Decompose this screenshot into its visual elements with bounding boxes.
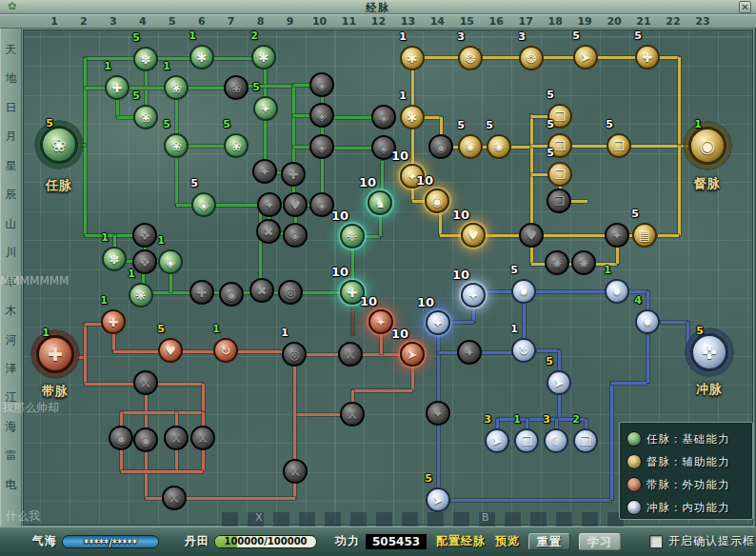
- skill-node[interactable]: ✖: [256, 219, 281, 244]
- skill-icon: ⚔: [289, 466, 301, 478]
- skill-node[interactable]: ♥: [283, 192, 308, 217]
- skill-icon: ✱: [197, 51, 208, 64]
- skill-node[interactable]: ✦: [253, 96, 278, 121]
- skill-node[interactable]: ✱: [400, 105, 425, 129]
- meridian-node[interactable]: ❀: [40, 126, 78, 164]
- learn-button[interactable]: 学习: [579, 533, 621, 550]
- skill-node[interactable]: ❒: [547, 189, 571, 213]
- skill-node[interactable]: ✦: [426, 401, 450, 426]
- skill-node[interactable]: ❈: [340, 224, 365, 248]
- skill-node[interactable]: ▤: [632, 223, 657, 248]
- skill-node[interactable]: ✦: [461, 283, 486, 308]
- skill-node[interactable]: ➤: [573, 45, 598, 70]
- meridian-node[interactable]: ✚: [36, 335, 74, 373]
- skill-icon: ✦: [433, 317, 444, 329]
- legend-text: 督脉：辅助能力: [647, 455, 730, 469]
- skill-node[interactable]: ✦: [257, 192, 282, 217]
- skill-node[interactable]: ➤: [426, 487, 450, 512]
- skill-node[interactable]: ✹: [635, 309, 660, 334]
- skill-icon: ◉: [431, 195, 442, 208]
- preview-button[interactable]: 预览: [495, 533, 520, 549]
- skill-node[interactable]: ❒: [607, 133, 631, 158]
- skill-node[interactable]: ❒: [573, 428, 598, 453]
- node-level-label: 1: [260, 327, 288, 339]
- skill-node[interactable]: ◉: [109, 426, 133, 450]
- skill-node[interactable]: ❒: [514, 428, 539, 453]
- skill-node[interactable]: ✱: [189, 45, 214, 70]
- skill-node[interactable]: ✦: [605, 223, 629, 248]
- skill-node[interactable]: ❀: [164, 75, 189, 100]
- skill-node[interactable]: ◈: [309, 134, 334, 159]
- skill-node[interactable]: ✦: [426, 310, 450, 335]
- connection-line: [121, 411, 203, 414]
- configure-meridian-button[interactable]: 配置经脉: [436, 533, 486, 549]
- skill-node[interactable]: ◉: [133, 427, 158, 452]
- skill-node[interactable]: ⚔: [133, 370, 158, 395]
- skill-node[interactable]: ✹: [511, 279, 536, 304]
- node-level-label: 10: [344, 175, 376, 189]
- reset-button[interactable]: 重置: [528, 533, 570, 550]
- skill-icon: ◈: [166, 256, 175, 268]
- skill-node[interactable]: ↻: [213, 338, 238, 363]
- skill-node[interactable]: ➤: [400, 342, 425, 367]
- skill-node[interactable]: ✦: [457, 340, 482, 365]
- connection-line: [351, 306, 354, 335]
- confirm-checkbox[interactable]: [649, 535, 663, 548]
- skill-node[interactable]: ❋: [129, 283, 153, 308]
- connection-line: [451, 499, 611, 502]
- node-level-label: 2: [551, 413, 580, 426]
- skill-node[interactable]: ✚: [635, 45, 660, 70]
- node-level-label: 10: [402, 295, 434, 309]
- skill-node[interactable]: ⚔: [164, 426, 189, 450]
- skill-node[interactable]: ◎: [282, 342, 307, 367]
- skill-node[interactable]: ⚔: [340, 402, 365, 427]
- skill-node[interactable]: ✦: [252, 159, 277, 184]
- skill-node[interactable]: ♥: [461, 223, 486, 248]
- skill-node[interactable]: ❂: [458, 46, 483, 70]
- skill-node[interactable]: ❀: [224, 133, 249, 158]
- skill-node[interactable]: ⚔: [283, 459, 308, 484]
- skill-node[interactable]: ♥: [519, 223, 544, 248]
- meridian-label: 冲脉: [683, 381, 736, 398]
- skill-node[interactable]: ⚔: [162, 486, 187, 510]
- skill-node[interactable]: ⚔: [338, 342, 363, 367]
- skill-node[interactable]: ❖: [132, 249, 157, 274]
- skill-node[interactable]: ❒: [547, 162, 572, 187]
- skill-node[interactable]: ❀: [164, 133, 189, 158]
- skill-node[interactable]: ☾: [544, 428, 568, 453]
- skill-node[interactable]: ➤: [485, 428, 509, 453]
- skill-node[interactable]: ♞: [368, 190, 392, 215]
- skill-node[interactable]: ❂: [519, 46, 544, 70]
- skill-node[interactable]: ✖: [249, 278, 274, 303]
- node-level-label: 1: [142, 60, 170, 72]
- node-level-label: 1: [583, 264, 611, 276]
- skill-node[interactable]: ◈: [309, 72, 334, 97]
- skill-node[interactable]: ✚: [281, 162, 306, 187]
- skill-node[interactable]: ✺: [458, 134, 483, 159]
- skill-node[interactable]: ◎: [278, 280, 303, 305]
- skill-icon: ✦: [465, 347, 475, 359]
- meridian-label: 带脉: [29, 383, 82, 400]
- skill-node[interactable]: ◈: [283, 223, 308, 248]
- skill-node[interactable]: ✱: [251, 45, 276, 70]
- skill-node[interactable]: ✚: [189, 280, 214, 305]
- legend-panel: 任脉：基础能力督脉：辅助能力带脉：外功能力冲脉：内功能力: [619, 422, 753, 520]
- skill-node[interactable]: ◈: [371, 105, 396, 129]
- skill-node[interactable]: ◈: [158, 249, 183, 274]
- skill-node[interactable]: ✺: [487, 134, 511, 159]
- skill-node[interactable]: ◈: [191, 192, 216, 217]
- skill-node[interactable]: ✚: [101, 309, 126, 334]
- skill-node[interactable]: ➤: [547, 370, 571, 395]
- connection-line: [84, 324, 87, 384]
- skill-node[interactable]: ◉: [428, 134, 453, 159]
- meridian-node[interactable]: ◉: [688, 127, 726, 165]
- skill-node[interactable]: ◉: [219, 282, 244, 307]
- meridian-node[interactable]: ✜: [690, 333, 728, 371]
- skill-node[interactable]: ◈: [309, 103, 334, 128]
- skill-icon: ✚: [288, 169, 299, 181]
- node-level-label: 5: [142, 118, 170, 130]
- skill-node[interactable]: ⚔: [190, 426, 215, 450]
- skill-node[interactable]: ✱: [400, 46, 425, 70]
- skill-node[interactable]: ♥: [158, 338, 183, 363]
- skill-node[interactable]: ✺: [545, 250, 569, 275]
